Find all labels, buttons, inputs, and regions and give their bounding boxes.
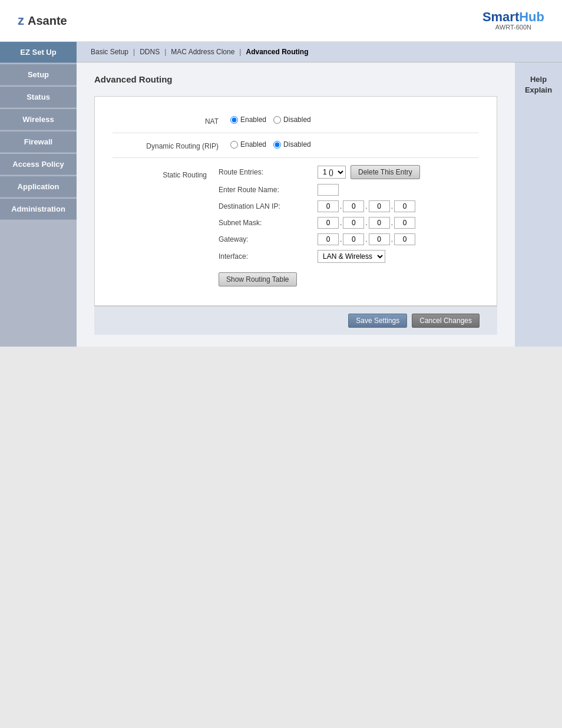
sidebar-item-access-policy[interactable]: Access Policy (0, 154, 77, 175)
sidebar-item-status[interactable]: Status (0, 87, 77, 108)
dynamic-routing-controls: Enabled Disabled (230, 140, 479, 149)
destination-ip-group: . . . (318, 200, 415, 212)
sidebar: EZ Set Up Setup Status Wireless Firewall… (0, 42, 77, 347)
help-text: HelpExplain (520, 74, 557, 95)
subnet-mask-group: . . . (318, 217, 415, 229)
subnet-3[interactable] (369, 217, 390, 229)
interface-row: Interface: LAN & Wireless (219, 250, 420, 263)
nat-disabled-label[interactable]: Disabled (273, 116, 311, 124)
dest-dot-3: . (391, 202, 393, 210)
nat-enabled-label[interactable]: Enabled (230, 116, 266, 124)
dynamic-routing-disabled-label[interactable]: Disabled (273, 140, 311, 149)
smarthub-brand: SmartHub (482, 11, 544, 24)
subnet-dot-1: . (340, 219, 342, 227)
show-routing-table-button[interactable]: Show Routing Table (219, 272, 297, 286)
tab-basic-setup[interactable]: Basic Setup (88, 48, 131, 56)
dest-ip-1[interactable] (318, 200, 339, 212)
route-entries-row: Route Entries: 1 () Delete This Entry (219, 165, 420, 179)
dest-ip-2[interactable] (343, 200, 364, 212)
gateway-dot-2: . (365, 235, 367, 243)
gateway-dot-3: . (391, 235, 393, 243)
subnet-2[interactable] (343, 217, 364, 229)
dynamic-routing-label: Dynamic Routing (RIP) (113, 140, 230, 150)
gateway-row: Gateway: . . . (219, 233, 420, 245)
subnet-dot-3: . (391, 219, 393, 227)
content-area: Advanced Routing NAT Enabled (77, 62, 562, 347)
asante-logo-icon: z (18, 13, 24, 28)
static-routing-label: Static Routing (113, 165, 219, 179)
nat-row: NAT Enabled Disabled (113, 108, 479, 133)
sidebar-item-application[interactable]: Application (0, 176, 77, 197)
gateway-1[interactable] (318, 233, 339, 245)
tab-sep-2: | (162, 48, 168, 56)
dest-ip-3[interactable] (369, 200, 390, 212)
smarthub-smart: Smart (482, 9, 519, 24)
interface-select[interactable]: LAN & Wireless (318, 250, 385, 263)
dest-dot-1: . (340, 202, 342, 210)
content-wrapper: Basic Setup | DDNS | MAC Address Clone |… (77, 42, 562, 347)
asante-logo: z Asante (18, 13, 67, 28)
sidebar-item-wireless[interactable]: Wireless (0, 109, 77, 130)
subnet-4[interactable] (394, 217, 415, 229)
save-settings-button[interactable]: Save Settings (348, 314, 407, 328)
route-entries-select[interactable]: 1 () (318, 166, 346, 179)
gateway-2[interactable] (343, 233, 364, 245)
nat-disabled-radio[interactable] (273, 116, 281, 124)
sidebar-item-ez-set-up[interactable]: EZ Set Up (0, 42, 77, 63)
dynamic-routing-enabled-text: Enabled (240, 140, 266, 149)
static-routing-row: Static Routing Route Entries: 1 () Delet… (113, 158, 479, 294)
nat-controls: Enabled Disabled (230, 116, 479, 124)
tab-mac-address-clone[interactable]: MAC Address Clone (168, 48, 237, 56)
route-name-label: Enter Route Name: (219, 186, 313, 194)
nat-disabled-text: Disabled (283, 116, 311, 124)
dynamic-routing-enabled-label[interactable]: Enabled (230, 140, 266, 149)
gateway-label: Gateway: (219, 235, 313, 243)
main-container: EZ Set Up Setup Status Wireless Firewall… (0, 42, 562, 347)
dynamic-routing-enabled-radio[interactable] (230, 141, 238, 149)
smarthub-model: AWRT-600N (482, 24, 544, 31)
destination-lan-ip-row: Destination LAN IP: . . . (219, 200, 420, 212)
nat-enabled-radio[interactable] (230, 116, 238, 124)
route-name-row: Enter Route Name: (219, 184, 420, 196)
show-routing-table-row: Show Routing Table (219, 272, 420, 286)
subnet-dot-2: . (365, 219, 367, 227)
nat-enabled-text: Enabled (240, 116, 266, 124)
route-name-input[interactable] (318, 184, 339, 196)
dest-dot-2: . (365, 202, 367, 210)
cancel-changes-button[interactable]: Cancel Changes (412, 314, 480, 328)
dest-ip-4[interactable] (394, 200, 415, 212)
sidebar-item-firewall[interactable]: Firewall (0, 131, 77, 153)
content-main: Advanced Routing NAT Enabled (77, 62, 515, 347)
tab-sep-3: | (237, 48, 243, 56)
gateway-dot-1: . (340, 235, 342, 243)
dynamic-routing-disabled-text: Disabled (283, 140, 311, 149)
advanced-routing-form: NAT Enabled Disabled (94, 96, 497, 306)
delete-entry-button[interactable]: Delete This Entry (351, 165, 420, 179)
subnet-1[interactable] (318, 217, 339, 229)
gateway-3[interactable] (369, 233, 390, 245)
tab-ddns[interactable]: DDNS (137, 48, 162, 56)
asante-logo-text: Asante (28, 14, 67, 28)
nat-radio-group: Enabled Disabled (230, 116, 311, 124)
dynamic-routing-row: Dynamic Routing (RIP) Enabled Disabled (113, 133, 479, 158)
page-title: Advanced Routing (94, 74, 497, 84)
help-panel[interactable]: HelpExplain (515, 62, 562, 347)
tab-navigation: Basic Setup | DDNS | MAC Address Clone |… (77, 42, 562, 62)
static-routing-controls: Route Entries: 1 () Delete This Entry En… (219, 165, 479, 286)
smarthub-hub: Hub (519, 9, 544, 24)
tab-advanced-routing[interactable]: Advanced Routing (243, 48, 310, 56)
sidebar-item-administration[interactable]: Administration (0, 199, 77, 220)
nat-label: NAT (113, 116, 230, 126)
subnet-mask-label: Subnet Mask: (219, 219, 313, 227)
destination-lan-ip-label: Destination LAN IP: (219, 202, 313, 210)
tab-sep-1: | (131, 48, 137, 56)
smarthub-logo: SmartHub AWRT-600N (482, 11, 544, 31)
dynamic-routing-disabled-radio[interactable] (273, 141, 281, 149)
footer-buttons: Save Settings Cancel Changes (94, 306, 497, 335)
sidebar-item-setup[interactable]: Setup (0, 64, 77, 85)
route-entries-label: Route Entries: (219, 168, 313, 176)
dynamic-routing-radio-group: Enabled Disabled (230, 140, 311, 149)
static-routing-content: Route Entries: 1 () Delete This Entry En… (219, 165, 420, 286)
gateway-4[interactable] (394, 233, 415, 245)
gateway-group: . . . (318, 233, 415, 245)
